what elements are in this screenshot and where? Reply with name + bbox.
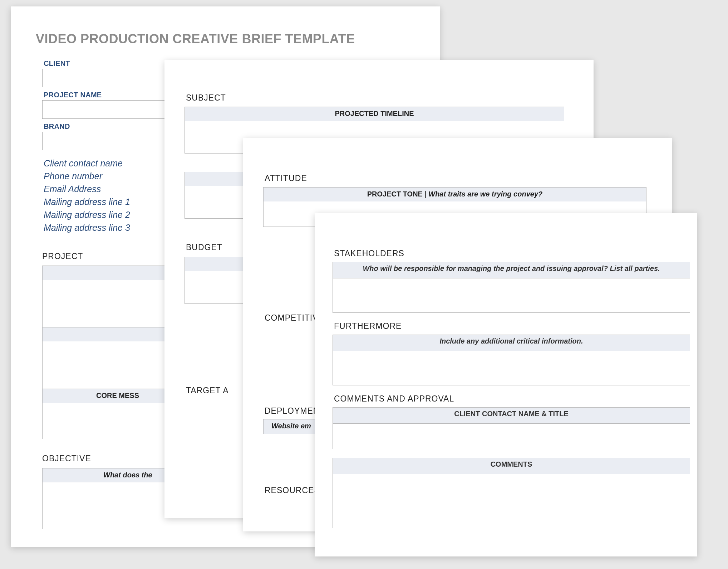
section-competitive: COMPETITIV <box>265 313 319 323</box>
stakeholders-box[interactable] <box>333 278 690 313</box>
stakeholders-bar: Who will be responsible for managing the… <box>333 262 690 278</box>
projected-timeline-bar: PROJECTED TIMELINE <box>185 107 564 122</box>
section-comments-approval: COMMENTS AND APPROVAL <box>334 394 690 404</box>
separator: | <box>423 190 428 198</box>
project-tone-prompt: What traits are we trying convey? <box>428 190 542 198</box>
label-brand: BRAND <box>44 122 70 131</box>
client-contact-box[interactable] <box>333 424 690 449</box>
contact-placeholder-block: Client contact name Phone number Email A… <box>44 157 130 234</box>
placeholder-phone: Phone number <box>44 170 130 183</box>
section-subject: SUBJECT <box>186 93 226 103</box>
comments-box[interactable] <box>333 474 690 528</box>
label-client: CLIENT <box>44 59 70 68</box>
placeholder-addr3: Mailing address line 3 <box>44 221 130 234</box>
label-project-name: PROJECT NAME <box>44 91 102 99</box>
projected-timeline-label: PROJECTED TIMELINE <box>185 107 564 118</box>
client-contact-bar: CLIENT CONTACT NAME & TITLE <box>333 407 690 424</box>
section-attitude: ATTITUDE <box>265 174 307 183</box>
document-title: VIDEO PRODUCTION CREATIVE BRIEF TEMPLATE <box>36 31 355 47</box>
project-tone-bar: PROJECT TONE | What traits are we trying… <box>263 187 646 202</box>
placeholder-email: Email Address <box>44 183 130 195</box>
template-page-4: STAKEHOLDERS Who will be responsible for… <box>315 213 697 556</box>
section-objective: OBJECTIVE <box>42 454 91 463</box>
section-stakeholders: STAKEHOLDERS <box>334 249 690 258</box>
section-deployment: DEPLOYMEN <box>265 406 319 416</box>
section-target-audience: TARGET A <box>186 386 229 395</box>
section-furthermore: FURTHERMORE <box>334 321 690 331</box>
furthermore-bar: Include any additional critical informat… <box>333 335 690 351</box>
placeholder-contact-name: Client contact name <box>44 157 130 170</box>
section-budget: BUDGET <box>186 243 222 252</box>
furthermore-box[interactable] <box>333 351 690 385</box>
comments-bar: COMMENTS <box>333 458 690 474</box>
section-project: PROJECT <box>42 252 83 261</box>
section-resources: RESOURCES <box>265 486 320 495</box>
placeholder-addr2: Mailing address line 2 <box>44 208 130 221</box>
canvas: VIDEO PRODUCTION CREATIVE BRIEF TEMPLATE… <box>0 0 728 569</box>
project-tone-label: PROJECT TONE <box>367 190 423 198</box>
placeholder-addr1: Mailing address line 1 <box>44 195 130 208</box>
